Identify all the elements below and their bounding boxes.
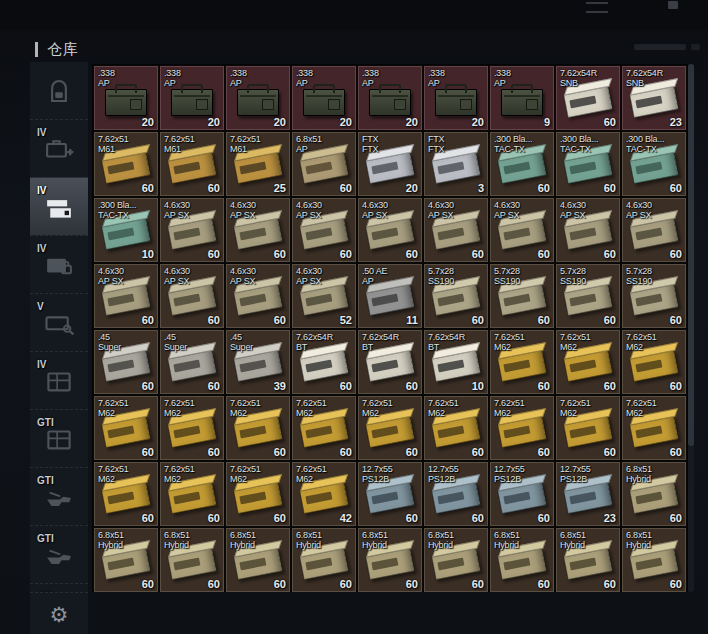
ammo-cell[interactable]: .338AP20 <box>160 66 224 130</box>
sidebar-tab-6[interactable]: IV <box>30 351 88 409</box>
ammo-cell[interactable]: .338AP20 <box>226 66 290 130</box>
ammo-cell[interactable]: .338AP20 <box>424 66 488 130</box>
ammo-quantity: 60 <box>406 446 418 458</box>
ammo-cell[interactable]: 7.62x51M6260 <box>424 396 488 460</box>
ammo-cell[interactable]: .300 Bla...TAC-TX60 <box>556 132 620 196</box>
ammo-cell[interactable]: FTXFTX3 <box>424 132 488 196</box>
ammo-cell[interactable]: 7.62x54RBT60 <box>358 330 422 394</box>
ammo-cell[interactable]: .338AP20 <box>358 66 422 130</box>
ammo-cell[interactable]: 7.62x54RSNB23 <box>622 66 686 130</box>
ammo-cell[interactable]: 4.6x30AP SX60 <box>160 264 224 328</box>
ammo-cell[interactable]: 5.7x28SS19060 <box>424 264 488 328</box>
ammo-cell[interactable]: 6.8x51AP60 <box>292 132 356 196</box>
ammo-cell[interactable]: 6.8x51Hybrid60 <box>490 528 554 592</box>
ammo-cell[interactable]: 7.62x51M6260 <box>556 396 620 460</box>
ammo-cell[interactable]: 7.62x51M6242 <box>292 462 356 526</box>
ammo-cell[interactable]: 7.62x51M6260 <box>94 462 158 526</box>
ammo-cell[interactable]: .50 AEAP11 <box>358 264 422 328</box>
ammo-cell[interactable]: 7.62x51M6260 <box>160 396 224 460</box>
ammo-cell[interactable]: 7.62x54RBT10 <box>424 330 488 394</box>
ammo-label: 7.62x54RSNB <box>560 69 597 89</box>
settings-tab[interactable]: ⚙ <box>30 592 88 634</box>
ammo-cell[interactable]: 7.62x51M6260 <box>226 396 290 460</box>
ammo-cell[interactable]: .300 Bla...TAC-TX60 <box>490 132 554 196</box>
ammo-cell[interactable]: 6.8x51Hybrid60 <box>292 528 356 592</box>
ammo-cell[interactable]: 4.6x30AP SX60 <box>94 264 158 328</box>
ammo-cell[interactable]: 6.8x51Hybrid60 <box>424 528 488 592</box>
ammo-cell[interactable]: 4.6x30AP SX60 <box>622 198 686 262</box>
ammo-quantity: 60 <box>274 248 286 260</box>
ammo-cell[interactable]: 4.6x30AP SX60 <box>226 264 290 328</box>
ammo-cell[interactable]: 5.7x28SS19060 <box>490 264 554 328</box>
menu-lines-icon[interactable] <box>586 2 608 13</box>
ammo-cell[interactable]: 7.62x51M6260 <box>490 330 554 394</box>
ammo-quantity: 10 <box>472 380 484 392</box>
ammo-cell[interactable]: 4.6x30AP SX60 <box>556 198 620 262</box>
ammo-cell[interactable]: 4.6x30AP SX60 <box>358 198 422 262</box>
ammo-cell[interactable]: 7.62x51M6260 <box>490 396 554 460</box>
scrollbar-track[interactable] <box>688 64 694 592</box>
ammo-cell[interactable]: 12.7x55PS12B60 <box>490 462 554 526</box>
window-icon[interactable] <box>668 1 678 9</box>
ammo-cell[interactable]: 4.6x30AP SX60 <box>160 198 224 262</box>
ammo-cell[interactable]: 4.6x30AP SX60 <box>490 198 554 262</box>
tab-label: IV <box>37 244 46 254</box>
ammo-cell[interactable]: 7.62x51M6260 <box>292 396 356 460</box>
ammo-label: 4.6x30AP SX <box>494 201 520 221</box>
ammo-cell[interactable]: 6.8x51Hybrid60 <box>622 462 686 526</box>
ammo-cell[interactable]: 6.8x51Hybrid60 <box>94 528 158 592</box>
sidebar-tab-4[interactable]: IV <box>30 235 88 293</box>
ammo-cell[interactable]: 5.7x28SS19060 <box>622 264 686 328</box>
sidebar-tab-8[interactable]: GTI <box>30 467 88 525</box>
ammo-cell[interactable]: 7.62x51M6125 <box>226 132 290 196</box>
ammo-label: 6.8x51Hybrid <box>560 531 586 551</box>
ammo-cell[interactable]: 7.62x51M6260 <box>556 330 620 394</box>
ammo-label: 7.62x51M62 <box>230 399 261 419</box>
tab-label: IV <box>37 360 46 370</box>
ammo-cell[interactable]: .45Super39 <box>226 330 290 394</box>
ammo-cell[interactable]: 7.62x54RSNB60 <box>556 66 620 130</box>
ammo-cell[interactable]: 6.8x51Hybrid60 <box>160 528 224 592</box>
ammo-cell[interactable]: 7.62x51M6260 <box>226 462 290 526</box>
ammo-cell[interactable]: 12.7x55PS12B60 <box>424 462 488 526</box>
sidebar-tab-1[interactable] <box>30 62 88 119</box>
sidebar-tab-7[interactable]: GTI <box>30 409 88 467</box>
ammo-cell[interactable]: .338AP9 <box>490 66 554 130</box>
ammo-label: .300 Bla...TAC-TX <box>626 135 664 155</box>
ammo-cell[interactable]: 7.62x51M6260 <box>622 396 686 460</box>
ammo-cell[interactable]: 6.8x51Hybrid60 <box>226 528 290 592</box>
ammo-cell[interactable]: 7.62x51M6260 <box>622 330 686 394</box>
ammo-cell[interactable]: 7.62x51M6260 <box>358 396 422 460</box>
ammo-cell[interactable]: 4.6x30AP SX52 <box>292 264 356 328</box>
ammo-cell[interactable]: 12.7x55PS12B60 <box>358 462 422 526</box>
ammo-cell[interactable]: 7.62x51M6260 <box>94 396 158 460</box>
ammo-cell[interactable]: .45Super60 <box>94 330 158 394</box>
scrollbar-thumb[interactable] <box>688 64 694 446</box>
ammo-cell[interactable]: 6.8x51Hybrid60 <box>358 528 422 592</box>
ammo-quantity: 60 <box>472 578 484 590</box>
ammo-cell[interactable]: .300 Bla...TAC-TX60 <box>622 132 686 196</box>
ammo-cell[interactable]: 4.6x30AP SX60 <box>226 198 290 262</box>
ammo-quantity: 20 <box>142 116 154 128</box>
ammo-cell[interactable]: 4.6x30AP SX60 <box>292 198 356 262</box>
ammo-cell[interactable]: 5.7x28SS19060 <box>556 264 620 328</box>
ammo-cell[interactable]: .300 Bla...TAC-TX10 <box>94 198 158 262</box>
ammo-cell[interactable]: .338AP20 <box>292 66 356 130</box>
ammo-cell[interactable]: 7.62x51M6160 <box>94 132 158 196</box>
ammo-cell[interactable]: 6.8x51Hybrid60 <box>556 528 620 592</box>
ammo-cell[interactable]: .338AP20 <box>94 66 158 130</box>
ammo-cell[interactable]: 6.8x51Hybrid60 <box>622 528 686 592</box>
ammo-cell[interactable]: 7.62x54RBT60 <box>292 330 356 394</box>
sidebar-tab-2[interactable]: IV <box>30 119 88 177</box>
sidebar-tab-3[interactable]: IV <box>30 177 88 235</box>
ammo-label: 6.8x51AP <box>296 135 322 155</box>
ammo-cell[interactable]: 12.7x55PS12B23 <box>556 462 620 526</box>
ammo-cell[interactable]: 7.62x51M6160 <box>160 132 224 196</box>
ammo-cell[interactable]: .45Super60 <box>160 330 224 394</box>
ammo-quantity: 60 <box>208 578 220 590</box>
sidebar-tab-9[interactable]: GTI <box>30 525 88 583</box>
ammo-cell[interactable]: FTXFTX20 <box>358 132 422 196</box>
ammo-cell[interactable]: 7.62x51M6260 <box>160 462 224 526</box>
ammo-cell[interactable]: 4.6x30AP SX60 <box>424 198 488 262</box>
sidebar-tab-5[interactable]: V <box>30 293 88 351</box>
